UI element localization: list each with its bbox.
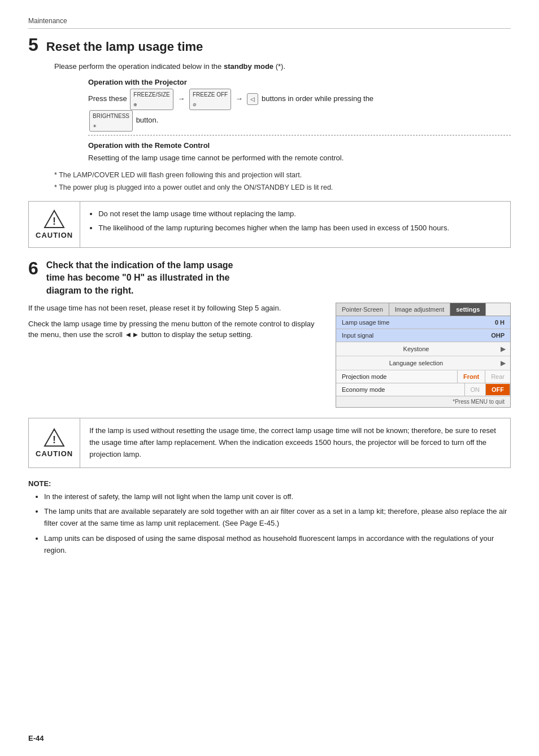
settings-diagram: Pointer·Screen Image adjustment settings… <box>336 303 511 408</box>
diag-language-arrow: ▶ <box>496 356 510 370</box>
op-projector-content: Press these FREEZE/SIZE⊕ → FREEZE OFF⊘ →… <box>88 89 511 132</box>
diag-row-lamp-usage: Lamp usage time 0 H <box>336 316 510 329</box>
section5-intro: Please perform the operation indicated b… <box>54 61 511 72</box>
section6-number: 6 <box>28 259 38 277</box>
diag-economy-label: Economy mode <box>336 383 465 396</box>
caution1-item1: Do not reset the lamp usage time without… <box>98 208 501 220</box>
button-back: ◁ <box>247 93 258 105</box>
button-freeze-off: FREEZE OFF⊘ <box>189 89 231 110</box>
caution2-text: If the lamp is used without resetting th… <box>89 426 496 458</box>
op-projector-title: Operation with the Projector <box>88 78 511 86</box>
tab-image-adjustment[interactable]: Image adjustment <box>389 303 450 316</box>
section6-block: 6 Check that the indication of the lamp … <box>28 259 511 408</box>
diag-input-label: Input signal <box>336 329 485 342</box>
caution1-list: Do not reset the lamp usage time without… <box>98 208 501 234</box>
diag-row-keystone: Keystone ▶ <box>336 342 510 356</box>
note1: The LAMP/COVER LED will flash green foll… <box>54 170 511 181</box>
section5-title-block: 5 Reset the lamp usage time <box>28 34 511 55</box>
note-item-2: The lamp units that are available separa… <box>44 506 511 530</box>
caution1-label: CAUTION <box>36 231 73 239</box>
caution-box-1: ! CAUTION Do not reset the lamp usage ti… <box>28 201 511 248</box>
diag-footer: *Press MENU to quit <box>336 396 510 407</box>
arrow2: → <box>236 93 243 105</box>
section5-body: Please perform the operation indicated b… <box>54 61 511 193</box>
note-section: NOTE: In the interest of safety, the lam… <box>28 479 511 557</box>
diag-projection-front: Front <box>458 370 485 383</box>
section6-body1: If the usage time has not been reset, pl… <box>28 303 324 314</box>
button-brightness: BRIGHTNESS☀ <box>89 110 133 132</box>
svg-text:!: ! <box>53 434 56 445</box>
caution1-left: ! CAUTION <box>29 202 80 247</box>
note-item-1: In the interest of safety, the lamp will… <box>44 491 511 503</box>
diag-tabs: Pointer·Screen Image adjustment settings <box>336 303 510 316</box>
note2: The power plug is plugged into a power o… <box>54 182 511 193</box>
dashed-line <box>88 135 511 136</box>
section6-right: Pointer·Screen Image adjustment settings… <box>336 303 511 408</box>
section5-title: Reset the lamp usage time <box>46 40 203 54</box>
note-item-3: Lamp units can be disposed of using the … <box>44 533 511 557</box>
diag-economy-off: OFF <box>486 384 510 395</box>
diag-input-value: OHP <box>485 329 510 342</box>
section6-title: Check that the indication of the lamp us… <box>46 259 238 297</box>
section6-body2: Check the lamp usage time by pressing th… <box>28 318 324 340</box>
caution1-right: Do not reset the lamp usage time without… <box>80 202 510 247</box>
diag-keystone-label: Keystone <box>336 343 496 355</box>
caution1-triangle-icon: ! <box>44 209 65 229</box>
diag-projection-rear: Rear <box>485 370 510 383</box>
caution1-item2: The likelihood of the lamp rupturing bec… <box>98 222 501 234</box>
section5-number: 5 <box>28 34 38 55</box>
diag-language-label: Language selection <box>336 357 496 369</box>
section6-title-block: 6 Check that the indication of the lamp … <box>28 259 511 297</box>
caution2-left: ! CAUTION <box>29 418 80 467</box>
tab-pointer-screen[interactable]: Pointer·Screen <box>336 303 389 316</box>
caution2-triangle-icon: ! <box>44 428 65 447</box>
op-remote-title: Operation with the Remote Control <box>88 141 511 150</box>
section6-container: If the usage time has not been reset, pl… <box>28 303 511 408</box>
diag-row-input-signal: Input signal OHP <box>336 329 510 342</box>
diag-lamp-value: 0 H <box>488 316 510 329</box>
note-list: In the interest of safety, the lamp will… <box>44 491 511 557</box>
page: Maintenance 5 Reset the lamp usage time … <box>0 0 539 756</box>
section6-left: If the usage time has not been reset, pl… <box>28 303 324 345</box>
diag-row-language: Language selection ▶ <box>336 356 510 370</box>
op-remote-content: Resetting of the lamp usage time cannot … <box>88 152 511 164</box>
op-remote-box: Operation with the Remote Control Resett… <box>88 141 511 164</box>
button-freeze-size: FREEZE/SIZE⊕ <box>130 89 173 110</box>
svg-text:!: ! <box>53 216 56 227</box>
top-label: Maintenance <box>28 17 511 29</box>
diag-keystone-arrow: ▶ <box>496 342 510 356</box>
op-projector-box: Operation with the Projector Press these… <box>88 78 511 136</box>
diag-row-economy: Economy mode ON OFF <box>336 383 510 396</box>
page-number: E-44 <box>28 734 44 742</box>
caution-box-2: ! CAUTION If the lamp is used without re… <box>28 418 511 467</box>
diag-economy-on: ON <box>465 383 486 396</box>
diag-row-projection: Projection mode Front Rear <box>336 370 510 383</box>
caution2-label: CAUTION <box>36 449 73 458</box>
diag-lamp-label: Lamp usage time <box>336 316 488 329</box>
arrow1: → <box>177 93 185 105</box>
note-header: NOTE: <box>28 479 511 488</box>
diag-projection-label: Projection mode <box>336 370 458 383</box>
tab-settings[interactable]: settings <box>450 303 486 316</box>
caution2-right: If the lamp is used without resetting th… <box>80 418 510 467</box>
